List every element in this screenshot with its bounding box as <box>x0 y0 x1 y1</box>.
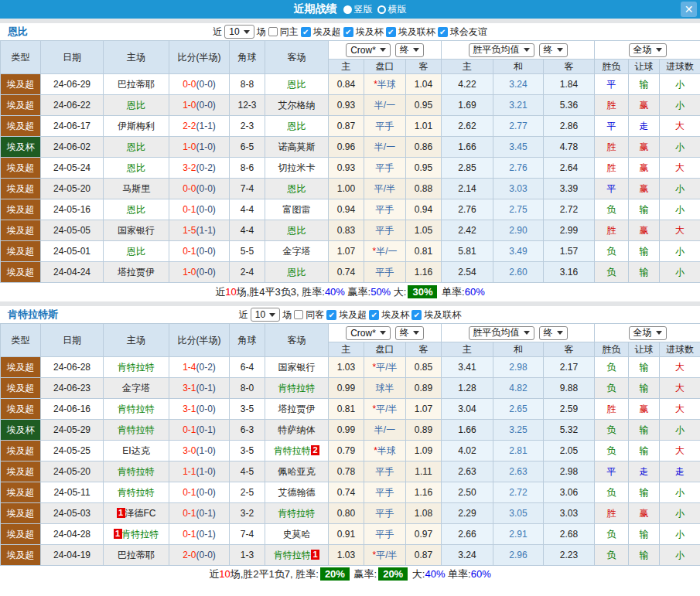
date-cell: 24-06-02 <box>41 137 104 158</box>
score-cell: 1-1(1-0) <box>169 461 230 482</box>
odds-company-select[interactable]: Crow* <box>346 43 391 57</box>
corner-cell: 4-5 <box>230 461 265 482</box>
avg-draw-cell: 3.21 <box>493 95 544 116</box>
league-label-2: 埃及联杯 <box>398 26 435 39</box>
avg-type-select[interactable]: 胜平负均值 <box>469 326 534 340</box>
avg-state-select[interactable]: 终 <box>539 43 568 57</box>
odds-home-cell: 0.74 <box>329 482 364 503</box>
result-outcome-cell: 胜 <box>595 95 629 116</box>
score-cell: 1-0(1-0) <box>169 137 230 158</box>
handicap-cell: 平手 <box>364 158 406 179</box>
away-team: 恩比 <box>265 74 329 95</box>
result-goals-cell: 小 <box>660 545 700 566</box>
corner-cell: 2-3 <box>230 116 265 137</box>
same-venue-checkbox[interactable] <box>294 310 303 319</box>
league-checkbox-1[interactable]: ✔ <box>343 27 353 37</box>
home-team-label: 伊斯梅利 <box>118 121 155 131</box>
away-team-label: 切拉米卡 <box>278 162 316 173</box>
halftime-score: (0-2) <box>196 362 216 373</box>
away-team-label: 恩比 <box>288 267 306 278</box>
result-outcome-cell: 负 <box>595 357 629 378</box>
handicap-cell: 半/一 <box>364 420 406 441</box>
team-section: 肯特拉特斯近10场同客✔埃及超✔埃及杯✔埃及联杯类型日期主场比分(半场)角球客场… <box>0 301 700 582</box>
result-outcome-cell: 负 <box>595 441 629 461</box>
column-header-5: 客场 <box>265 324 329 357</box>
summary-line: 近10场,胜2平1负7, 胜率:20% 赢率:20% 大:40% 单率:60% <box>0 566 700 582</box>
scope-select[interactable]: 全场 <box>629 326 667 340</box>
corner-cell: 3-5 <box>230 399 265 420</box>
vertical-layout-radio[interactable] <box>343 5 352 14</box>
league-checkbox-3[interactable]: ✔ <box>438 27 448 37</box>
home-team-label: 泽德FC <box>125 508 156 519</box>
result-goals-cell: 小 <box>660 482 700 503</box>
match-count-select[interactable]: 10 <box>251 308 280 322</box>
home-team-label: 金字塔 <box>122 383 150 393</box>
result-handicap-cell: 赢 <box>629 399 660 420</box>
home-team: 金字塔 <box>104 378 169 399</box>
summary-segment-7: 40% <box>425 568 445 580</box>
league-label-3: 球会友谊 <box>450 26 487 39</box>
avg-type-select[interactable]: 胜平负均值 <box>469 43 534 57</box>
horizontal-layout-radio[interactable] <box>377 5 386 14</box>
sub-header-5: 客 <box>544 60 595 74</box>
home-team-label: EI达克 <box>122 445 149 456</box>
away-team: 国家银行 <box>265 357 329 378</box>
home-team: 恩比 <box>104 95 169 116</box>
result-outcome-cell: 平 <box>595 74 629 95</box>
avg-away-cell: 2.98 <box>544 461 595 482</box>
away-team: 富图雷 <box>265 199 329 220</box>
halftime-score: (0-0) <box>196 404 216 414</box>
results-table: 类型日期主场比分(半场)角球客场Crow*终胜平负均值终全场主盘口客主和客胜负让… <box>0 323 700 566</box>
sub-header-2: 客 <box>406 342 442 357</box>
handicap-label: 半球 <box>377 445 396 456</box>
handicap-cell: 平手 <box>364 503 406 524</box>
odds-company-select[interactable]: Crow* <box>346 326 391 340</box>
home-team: 肯特拉特 <box>104 420 169 441</box>
home-team: 1泽德FC <box>104 503 169 524</box>
league-checkbox-0[interactable]: ✔ <box>326 310 336 320</box>
scope-select[interactable]: 全场 <box>629 43 667 57</box>
result-goals-cell: 小 <box>660 524 700 545</box>
same-venue-checkbox[interactable] <box>268 27 278 36</box>
league-checkbox-2[interactable]: ✔ <box>386 27 396 37</box>
halftime-score: (1-1) <box>196 225 216 236</box>
corner-cell: 1-3 <box>230 545 265 566</box>
table-row: 埃及超24-06-22恩比1-0(0-0)12-3艾尔格纳0.93半/一0.95… <box>1 95 700 116</box>
unit-label: 场 <box>282 308 292 322</box>
odds-state-select[interactable]: 终 <box>395 43 424 57</box>
horizontal-layout-label[interactable]: 横版 <box>388 3 407 16</box>
result-handicap-cell: 赢 <box>629 503 660 524</box>
summary-segment-6: 大: <box>409 568 425 580</box>
league-label-0: 埃及超 <box>339 308 367 322</box>
league-checkbox-1[interactable]: ✔ <box>369 310 379 320</box>
halftime-score: (0-0) <box>196 79 216 90</box>
team-filter-bar: 肯特拉特斯近10场同客✔埃及超✔埃及杯✔埃及联杯 <box>0 306 700 323</box>
league-checkbox-2[interactable]: ✔ <box>411 310 422 320</box>
result-handicap-cell: 赢 <box>629 158 660 179</box>
avg-state-select[interactable]: 终 <box>539 326 568 340</box>
corner-cell: 2-5 <box>230 482 265 503</box>
result-outcome-cell: 胜 <box>595 158 629 179</box>
away-team: 肯特拉特 <box>265 503 329 524</box>
home-team: 恩比 <box>104 241 169 262</box>
away-team: 恩比 <box>265 179 329 199</box>
odds-group-header: Crow*终 <box>329 324 442 342</box>
fulltime-score: 3-2 <box>183 162 196 173</box>
fulltime-score: 1-0 <box>183 267 196 278</box>
league-checkbox-0[interactable]: ✔ <box>301 27 311 37</box>
odds-state-select[interactable]: 终 <box>395 326 424 340</box>
column-header-0: 类型 <box>1 324 41 357</box>
match-count-select[interactable]: 10 <box>224 25 254 39</box>
home-team-label: 巴拉蒂耶 <box>118 550 155 560</box>
vertical-layout-label[interactable]: 竖版 <box>354 3 373 16</box>
avg-away-cell: 2.23 <box>544 545 595 566</box>
summary-segment-5: 20% <box>378 567 408 581</box>
table-row: 埃及杯24-05-29肯特拉特0-1(0-1)6-3特萨纳体0.99半/一0.8… <box>1 420 700 441</box>
chevron-down-icon <box>380 48 386 52</box>
close-icon[interactable]: ✕ <box>681 2 697 17</box>
fulltime-score: 2-2 <box>183 121 196 131</box>
corner-cell: 8-6 <box>230 158 265 179</box>
avg-home-cell: 3.41 <box>442 357 493 378</box>
corner-cell: 3-5 <box>230 441 265 461</box>
date-cell: 24-05-05 <box>41 220 104 241</box>
